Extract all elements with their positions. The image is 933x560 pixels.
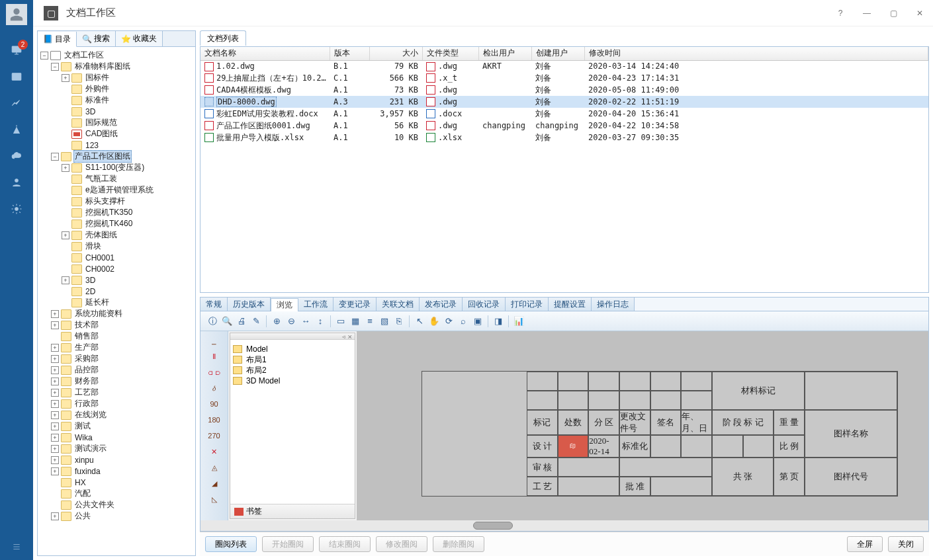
tree-selected: −产品工作区图纸	[51, 151, 194, 162]
pointer-icon[interactable]: ↖	[413, 315, 426, 328]
close-button[interactable]: ✕	[907, 0, 933, 26]
detail-tab[interactable]: 打印记录	[506, 298, 549, 311]
fit-width-icon[interactable]: ↔	[299, 315, 312, 328]
col-version[interactable]: 版本	[330, 47, 369, 60]
detail-tab[interactable]: 变更记录	[333, 298, 377, 311]
vt-2-icon[interactable]: Ⅱ	[206, 350, 222, 363]
detail-tab[interactable]: 回收记录	[463, 298, 506, 311]
rail-chart-icon[interactable]	[0, 90, 33, 116]
detail-tab[interactable]: 常规	[200, 298, 228, 311]
rail-monitor-icon[interactable]: 2	[0, 37, 33, 63]
chart-icon[interactable]: 📊	[512, 315, 525, 328]
pencil-icon[interactable]: ✎	[249, 315, 263, 328]
color-icon[interactable]: ▧	[378, 315, 391, 328]
fullscreen-button[interactable]: 全屏	[847, 536, 883, 552]
rail-menu-icon[interactable]	[0, 534, 33, 560]
review-delete-button[interactable]: 删除圈阅	[433, 536, 484, 552]
col-modified[interactable]: 修改时间	[584, 47, 928, 60]
search-icon[interactable]: 🔍	[220, 315, 234, 328]
layer-item[interactable]: Model	[233, 344, 352, 354]
vt-7-icon[interactable]: 270	[206, 429, 222, 442]
link-icon[interactable]: ⎘	[392, 315, 406, 328]
vertical-toolbar: ⎯ Ⅱ ⫏⫐ 𝛿 90 180 270 ✕ ◬ ◢ ◺	[200, 331, 228, 520]
vt-9-icon[interactable]: ◬	[206, 461, 222, 474]
avatar[interactable]	[6, 4, 27, 25]
pan-icon[interactable]: ✋	[427, 315, 441, 328]
review-end-button[interactable]: 结束圈阅	[319, 536, 371, 552]
list-icon[interactable]: ≡	[363, 315, 377, 328]
rail-user-icon[interactable]	[0, 169, 33, 196]
vt-5-icon[interactable]: 90	[206, 397, 222, 411]
tab-search[interactable]: 🔍搜索	[77, 31, 116, 46]
layer-icon	[233, 377, 242, 385]
table-row[interactable]: 1.02.dwgB.179 KB.dwgAKRT刘备2020-03-14 14:…	[200, 60, 928, 72]
table-row[interactable]: CADA4横框模板.dwgA.173 KB.dwg刘备2020-05-08 11…	[200, 84, 928, 96]
col-type[interactable]: 文件类型	[422, 47, 478, 60]
tab-catalog[interactable]: 📘目录	[38, 32, 77, 47]
bookmark-label[interactable]: 书签	[246, 506, 262, 517]
tab-favorites[interactable]: ⭐收藏夹	[116, 31, 163, 46]
detail-tab[interactable]: 浏览	[271, 298, 298, 311]
cad-canvas[interactable]: 材料标记 标记 处数 分 区 更改文件号 签名 年、月、日	[357, 331, 928, 520]
detail-tab[interactable]: 工作流	[298, 298, 333, 311]
layer-item[interactable]: 3D Model	[233, 376, 352, 386]
layer-panel: ◃ ⨯ Model布局1布局23D Model 书签	[230, 333, 355, 519]
help-button[interactable]: ?	[827, 0, 854, 26]
bookmark-icon	[234, 508, 244, 516]
vt-8-icon[interactable]: ✕	[206, 445, 222, 458]
table-row[interactable]: DHD-8000.dwgA.3231 KB.dwg刘备2020-02-22 11…	[200, 96, 928, 108]
maximize-button[interactable]: ▢	[880, 0, 907, 26]
minimize-button[interactable]: —	[854, 0, 880, 26]
table-row[interactable]: 29上抽屉止挡（左+右）10.2…C.1566 KB.x_t刘备2020-04-…	[200, 72, 928, 84]
vt-4-icon[interactable]: 𝛿	[206, 381, 222, 395]
close-panel-button[interactable]: 关闭	[888, 536, 924, 552]
review-start-button[interactable]: 开始圈阅	[262, 536, 314, 552]
review-edit-button[interactable]: 修改圈阅	[376, 536, 427, 552]
layer-item[interactable]: 布局2	[233, 365, 352, 376]
star-icon: ⭐	[121, 34, 130, 44]
vt-11-icon[interactable]: ◺	[206, 493, 222, 506]
preview-frame: ⓘ 🔍 🖨 ✎ ⊕ ⊖ ↔ ↕ ▭ ▦ ≡	[200, 311, 929, 532]
layer-icon[interactable]: ▭	[334, 315, 347, 328]
region-icon[interactable]: ▣	[471, 315, 484, 328]
detail-tab[interactable]: 提醒设置	[549, 298, 592, 311]
detail-tab[interactable]: 历史版本	[228, 298, 271, 311]
vt-10-icon[interactable]: ◢	[206, 477, 222, 490]
vt-1-icon[interactable]: ⎯	[206, 334, 222, 347]
vt-6-icon[interactable]: 180	[206, 413, 222, 426]
folder-tree[interactable]: −文档工作区 −标准物料库图纸 +国标件 外购件 标准件 3D	[39, 50, 194, 522]
h-scrollbar[interactable]	[200, 520, 928, 531]
vt-3-icon[interactable]: ⫏⫐	[206, 366, 222, 379]
detail-tab[interactable]: 操作日志	[592, 298, 635, 311]
panel-collapse-icon[interactable]: ◃ ⨯	[342, 333, 353, 340]
tab-document-list[interactable]: 文档列表	[200, 30, 246, 46]
detail-tab[interactable]: 关联文档	[377, 298, 420, 311]
info-icon[interactable]: ⓘ	[206, 315, 219, 328]
fit-height-icon[interactable]: ↕	[314, 315, 327, 328]
titlebar: ▢ 文档工作区 ? — ▢ ✕	[33, 0, 933, 26]
table-row[interactable]: 批量用户导入模版.xlsxA.110 KB.xlsx刘备2020-03-27 0…	[200, 132, 928, 143]
col-name[interactable]: 文档名称	[200, 47, 330, 60]
rail-compass-icon[interactable]	[0, 116, 33, 143]
table-row[interactable]: 产品工作区图纸0001.dwgA.156 KB.dwgchangpingchan…	[200, 120, 928, 132]
side-icon[interactable]: ◨	[492, 315, 505, 328]
file-table[interactable]: 文档名称 版本 大小 文件类型 检出用户 创建用户 修改时间 1.02.dwgB…	[200, 47, 928, 143]
print-icon[interactable]: 🖨	[235, 315, 248, 328]
grid-icon[interactable]: ▦	[349, 315, 362, 328]
zoom-in-icon[interactable]: ⊕	[270, 315, 283, 328]
col-size[interactable]: 大小	[369, 47, 422, 60]
col-creator[interactable]: 创建用户	[531, 47, 584, 60]
rail-card-icon[interactable]	[0, 63, 33, 90]
zoom-out-icon[interactable]: ⊖	[285, 315, 298, 328]
rotate-icon[interactable]: ⟳	[442, 315, 455, 328]
region-zoom-icon[interactable]: ⌕	[457, 315, 470, 328]
rail-gear-icon[interactable]	[0, 196, 33, 222]
layer-item[interactable]: 布局1	[233, 354, 352, 365]
detail-tab[interactable]: 发布记录	[420, 298, 463, 311]
table-row[interactable]: 彩虹EDM试用安装教程.docxA.13,957 KB.docx刘备2020-0…	[200, 108, 928, 120]
rail-cloud-icon[interactable]	[0, 143, 33, 169]
review-list-button[interactable]: 圈阅列表	[205, 536, 257, 552]
col-checkout[interactable]: 检出用户	[478, 47, 531, 60]
layer-icon	[233, 345, 242, 353]
left-panel: 📘目录 🔍搜索 ⭐收藏夹 −文档工作区 −标准物料库图纸	[37, 30, 196, 556]
